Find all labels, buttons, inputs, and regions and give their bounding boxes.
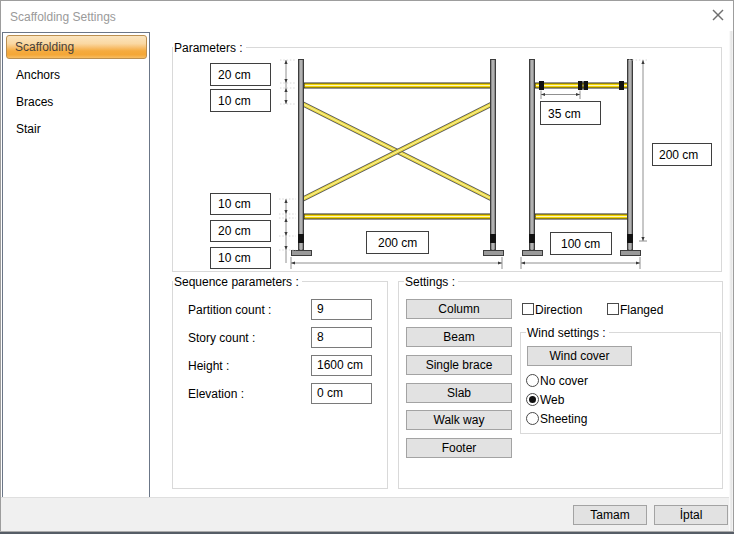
svg-text:10 cm: 10 cm bbox=[218, 251, 251, 265]
svg-text:10 cm: 10 cm bbox=[218, 197, 251, 211]
svg-text:35 cm: 35 cm bbox=[548, 107, 581, 121]
svg-text:100 cm: 100 cm bbox=[561, 237, 600, 251]
svg-text:20 cm: 20 cm bbox=[218, 68, 251, 82]
svg-text:200 cm: 200 cm bbox=[659, 148, 698, 162]
svg-text:200 cm: 200 cm bbox=[378, 236, 417, 250]
svg-text:20 cm: 20 cm bbox=[218, 224, 251, 238]
svg-text:10 cm: 10 cm bbox=[218, 94, 251, 108]
